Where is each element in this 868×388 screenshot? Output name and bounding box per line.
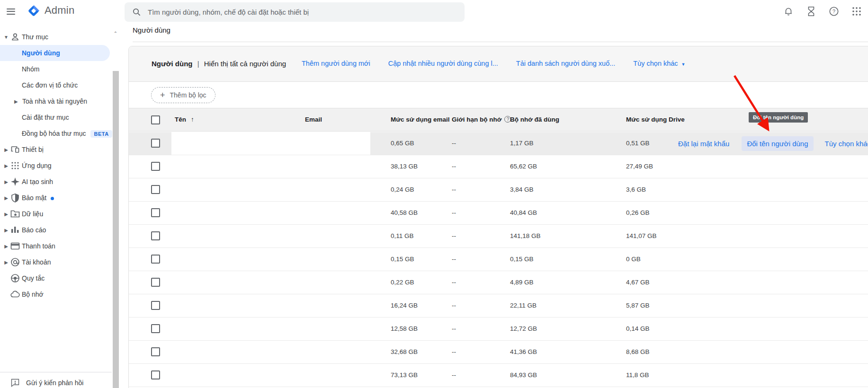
card-action-link-2[interactable]: Tải danh sách người dùng xuố... — [516, 60, 615, 67]
chevron-right-icon[interactable]: ▶ — [3, 212, 9, 217]
card-icon — [10, 241, 20, 251]
row-checkbox[interactable] — [151, 370, 160, 379]
table-row[interactable]: 0,22 GB--4,89 GB4,67 GB — [129, 271, 868, 294]
chevron-right-icon[interactable]: ▶ — [14, 99, 18, 104]
cloud-icon — [10, 290, 20, 299]
table-row[interactable]: 0,24 GB--3,84 GB3,6 GB — [129, 178, 868, 202]
cell-storage_used: 141,18 GB — [510, 232, 541, 239]
title-separator: | — [197, 60, 199, 68]
column-header-email-usage[interactable]: Mức sử dụng email — [391, 116, 450, 123]
cell-email_usage: 38,13 GB — [391, 163, 418, 170]
table-row[interactable]: 73,13 GB--84,93 GB11,8 GB — [129, 364, 868, 387]
sidebar-item-label: Báo cáo — [22, 226, 46, 234]
sidebar-scroll-up-icon[interactable]: ˆ — [112, 31, 119, 38]
sidebar-item-label: Bộ nhớ — [22, 291, 44, 298]
notifications-icon[interactable] — [777, 0, 800, 22]
cell-email_usage: 16,24 GB — [391, 302, 418, 309]
chart-icon — [10, 225, 20, 235]
search-input[interactable]: Tìm người dùng, nhóm, chế độ cài đặt hoặ… — [125, 2, 465, 22]
table-row[interactable]: 0,65 GB--1,17 GB0,51 GBĐặt lại mật khẩuĐ… — [129, 132, 868, 155]
sidebar-item-label: Đồng bộ hóa thư mụcBETA — [22, 130, 112, 138]
table-row[interactable]: 16,24 GB--22,11 GB5,87 GB — [129, 294, 868, 317]
row-checkbox[interactable] — [151, 324, 160, 333]
cell-drive_usage: 11,8 GB — [626, 371, 649, 379]
sidebar-item-6[interactable]: Đồng bộ hóa thư mụcBETA — [0, 125, 110, 141]
sidebar-item-label: Cài đặt thư mục — [22, 114, 69, 121]
row-checkbox[interactable] — [151, 301, 160, 310]
sidebar-item-7[interactable]: ▶Thiết bị — [0, 141, 110, 158]
notification-dot — [51, 197, 54, 200]
row-action-1[interactable]: Đổi tên người dùng — [742, 136, 813, 151]
sidebar-item-11[interactable]: ▶Dữ liệu — [0, 206, 110, 222]
row-checkbox[interactable] — [151, 162, 160, 171]
column-header-email[interactable]: Email — [305, 116, 322, 123]
sidebar-item-label: Dữ liệu — [22, 210, 43, 218]
row-action-0[interactable]: Đặt lại mật khẩu — [678, 140, 729, 148]
sidebar-item-9[interactable]: ▶AI tạo sinh — [0, 174, 110, 190]
help-icon[interactable]: ? — [823, 0, 845, 22]
beta-badge: BETA — [90, 130, 112, 138]
sidebar-scrollbar[interactable] — [113, 71, 119, 388]
sidebar-item-3[interactable]: Các đơn vị tổ chức — [0, 77, 110, 93]
send-feedback-button[interactable]: Gửi ý kiến phản hồi — [10, 378, 83, 388]
column-header-drive-usage[interactable]: Mức sử dụng Drive — [626, 116, 685, 123]
column-header-name[interactable]: Tên↑ — [175, 116, 194, 123]
row-checkbox[interactable] — [151, 231, 160, 240]
row-checkbox[interactable] — [151, 255, 160, 264]
row-checkbox[interactable] — [151, 139, 160, 148]
cell-storage_limit: -- — [452, 209, 456, 216]
person-icon — [10, 32, 20, 42]
card-header: Người dùng | Hiển thị tất cả người dùng … — [129, 46, 868, 82]
cell-storage_limit: -- — [452, 140, 456, 147]
card-action-link-1[interactable]: Cập nhật nhiều người dùng cùng l... — [388, 60, 498, 67]
sidebar-item-8[interactable]: ▶Ứng dụng — [0, 158, 110, 174]
table-row[interactable]: 0,15 GB--0,15 GB0 GB — [129, 248, 868, 271]
column-header-storage-used[interactable]: Bộ nhớ đã dùng — [510, 116, 559, 123]
table-row[interactable]: 12,58 GB--12,72 GB0,14 GB — [129, 317, 868, 341]
card-action-link-0[interactable]: Thêm người dùng mới — [302, 60, 370, 67]
sidebar-item-12[interactable]: ▶Báo cáo — [0, 222, 110, 238]
sidebar-item-5[interactable]: Cài đặt thư mục — [0, 109, 110, 125]
table-row[interactable]: 38,13 GB--65,62 GB27,49 GB — [129, 155, 868, 178]
column-header-storage-limit[interactable]: Giới hạn bộ nhớ? — [452, 116, 511, 123]
cell-drive_usage: 3,6 GB — [626, 186, 646, 193]
chevron-right-icon[interactable]: ▶ — [3, 163, 9, 168]
sidebar-item-4[interactable]: ▶Toà nhà và tài nguyên — [0, 93, 110, 109]
wheel-icon — [10, 273, 20, 283]
row-checkbox[interactable] — [151, 347, 160, 356]
sidebar-item-13[interactable]: ▶Thanh toán — [0, 238, 110, 254]
chevron-right-icon[interactable]: ▶ — [3, 179, 9, 185]
card-action-link-3[interactable]: Tùy chọn khác▼ — [633, 60, 685, 67]
table-row[interactable]: 0,11 GB--141,18 GB141,07 GB — [129, 225, 868, 248]
row-checkbox[interactable] — [151, 208, 160, 217]
chevron-right-icon[interactable]: ▶ — [3, 260, 9, 265]
select-all-checkbox[interactable] — [151, 115, 160, 124]
chevron-down-icon[interactable]: ▼ — [3, 35, 9, 40]
add-filter-button[interactable]: + Thêm bộ lọc — [151, 87, 215, 103]
row-checkbox[interactable] — [151, 185, 160, 194]
sidebar-item-15[interactable]: Quy tắc — [0, 270, 110, 286]
cell-storage_used: 3,84 GB — [510, 186, 534, 193]
apps-grid-icon[interactable] — [845, 0, 868, 22]
cell-email_usage: 0,24 GB — [391, 186, 414, 193]
sidebar-item-label: Thư mục — [22, 33, 48, 41]
row-action-2[interactable]: Tùy chọn khác▼ — [825, 140, 868, 148]
sidebar-item-0[interactable]: ▼Thư mục — [0, 29, 110, 45]
table-row[interactable]: 40,58 GB--40,84 GB0,26 GB — [129, 202, 868, 225]
menu-icon[interactable] — [7, 7, 16, 15]
sidebar-item-16[interactable]: Bộ nhớ — [0, 286, 110, 302]
table-row[interactable]: 32,68 GB--41,36 GB8,68 GB — [129, 341, 868, 364]
chevron-right-icon[interactable]: ▶ — [3, 195, 9, 201]
chevron-right-icon[interactable]: ▶ — [3, 244, 9, 249]
chevron-right-icon[interactable]: ▶ — [3, 228, 9, 233]
sidebar-item-label: Thanh toán — [22, 242, 55, 250]
sidebar-item-14[interactable]: ▶Tài khoản — [0, 254, 110, 270]
chevron-right-icon[interactable]: ▶ — [3, 147, 9, 152]
sidebar-item-2[interactable]: Nhóm — [0, 61, 110, 77]
sidebar-item-10[interactable]: ▶Bảo mật — [0, 190, 110, 206]
cell-drive_usage: 27,49 GB — [626, 163, 653, 170]
hourglass-icon[interactable] — [800, 0, 823, 22]
row-checkbox[interactable] — [151, 278, 160, 287]
sidebar-item-1[interactable]: Người dùng — [0, 45, 110, 61]
cell-email_usage: 12,58 GB — [391, 325, 418, 332]
